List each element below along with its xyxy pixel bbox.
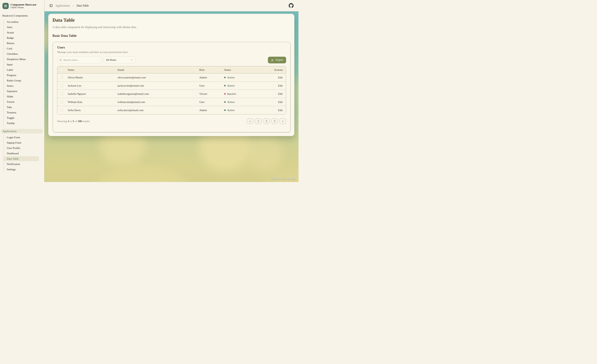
cell-email: isabella.nguyen@email.com (114, 92, 196, 95)
sidebar-item-avatar[interactable]: Avatar (4, 30, 39, 35)
sidebar-item-button[interactable]: Button (4, 41, 39, 46)
row-checkbox[interactable] (60, 92, 63, 95)
export-label: Export (275, 58, 283, 62)
main-area: Applications › Data Table Data Table A d… (44, 0, 298, 182)
search-input[interactable] (63, 58, 99, 62)
col-header-status: Status (221, 68, 262, 71)
sidebar-item-tabs[interactable]: Tabs (4, 105, 39, 110)
page-card: Data Table A data table component for di… (48, 14, 294, 136)
sidebar-item-settings[interactable]: Settings (4, 167, 39, 172)
row-checkbox[interactable] (60, 101, 63, 103)
role-filter-select[interactable]: All Roles (103, 56, 135, 63)
select-all-checkbox[interactable] (60, 68, 63, 71)
row-checkbox[interactable] (60, 76, 63, 79)
table-row: Olivia Martin olivia.martin@email.com Ad… (57, 73, 286, 82)
status-active-dot (224, 101, 226, 103)
cell-email: sofia.davis@email.com (114, 108, 196, 112)
sidebar-item-notification[interactable]: Notification (4, 162, 39, 167)
users-card-title: Users (57, 46, 286, 49)
cloud-decoration (98, 168, 187, 182)
sidebar-item-user-profile[interactable]: User Profile (4, 146, 39, 151)
page-3-button[interactable]: 3 (271, 118, 278, 124)
sidebar-item-select[interactable]: Select (4, 83, 39, 88)
sidebar-toggle-icon[interactable] (49, 4, 53, 7)
download-icon (271, 58, 274, 62)
sidebar-item-signup-form[interactable]: Signup Form (4, 140, 39, 145)
previous-page-button[interactable]: ‹ (247, 118, 253, 124)
sidebar-item-data-table[interactable]: Data Table (4, 156, 39, 161)
table-body: Olivia Martin olivia.martin@email.com Ad… (57, 73, 286, 114)
edit-button[interactable]: Edit (262, 92, 286, 95)
cell-email: william.kim@email.com (114, 101, 196, 104)
watermark: 掘金技术社区 @ 佛恩 (271, 177, 296, 180)
chevron-down-icon (131, 59, 133, 61)
edit-button[interactable]: Edit (262, 101, 286, 104)
sidebar-item-dashboard[interactable]: Dashboard (4, 151, 39, 156)
sidebar-item-accordion[interactable]: Accordion (4, 19, 39, 24)
sidebar-item-slider[interactable]: Slider (4, 94, 39, 99)
section-title: Basic Data Table (52, 34, 290, 38)
col-header-name: Name (64, 68, 114, 71)
table-header-row: Name Email Role Status Actions (57, 66, 286, 73)
results-summary: Showing 1 to 5 of 100 results (57, 120, 90, 123)
row-checkbox[interactable] (60, 84, 63, 87)
sidebar-item-input[interactable]: Input (4, 62, 39, 67)
sidebar: ⌘ Component Showcase Ghibli Theme Shadcn… (0, 0, 44, 182)
table-row: Jackson Lee jackson.lee@email.com User A… (57, 82, 286, 90)
page-1-button[interactable]: 1 (255, 118, 261, 124)
sidebar-item-checkbox[interactable]: Checkbox (4, 51, 39, 56)
sidebar-item-label[interactable]: Label (4, 67, 39, 72)
app-subtitle: Ghibli Theme (10, 6, 36, 9)
chevron-right-icon: › (282, 119, 283, 123)
applications-nav: Login Form Signup Form User Profile Dash… (4, 134, 39, 173)
edit-button[interactable]: Edit (262, 76, 286, 79)
sidebar-item-toggle[interactable]: Toggle (4, 115, 39, 120)
cell-status: Active (221, 108, 262, 112)
table-row: Sofia Davis sofia.davis@email.com Admin … (57, 106, 286, 114)
cell-role: User (196, 101, 221, 104)
brand: ⌘ Component Showcase Ghibli Theme (0, 2, 44, 12)
cell-status: Active (221, 76, 262, 79)
sidebar-item-alert[interactable]: Alert (4, 25, 39, 30)
breadcrumb-parent[interactable]: Applications (55, 4, 70, 7)
table-row: Isabella Nguyen isabella.nguyen@email.co… (57, 90, 286, 98)
page-description: A data table component for displaying an… (52, 25, 290, 29)
section-label-components: Shadcn/ui Components (0, 12, 44, 19)
results-from: 1 (68, 120, 69, 123)
edit-button[interactable]: Edit (262, 108, 286, 112)
next-page-button[interactable]: › (279, 118, 286, 124)
export-button[interactable]: Export (268, 57, 286, 63)
github-icon[interactable] (289, 3, 293, 8)
sidebar-item-badge[interactable]: Badge (4, 35, 39, 40)
breadcrumb-separator-icon: › (72, 4, 74, 8)
users-card-subtitle: Manage your team members and their accou… (57, 50, 286, 54)
cell-role: Viewer (196, 92, 221, 95)
results-to: 5 (73, 120, 74, 123)
cloud-decoration (261, 171, 298, 182)
sidebar-item-textarea[interactable]: Textarea (4, 110, 39, 115)
row-checkbox[interactable] (60, 109, 63, 112)
cell-name: Jackson Lee (64, 84, 114, 87)
status-active-dot (224, 85, 226, 86)
sidebar-item-dropdown-menu[interactable]: Dropdown Menu (4, 57, 39, 62)
col-header-role: Role (196, 68, 221, 71)
sidebar-item-tooltip[interactable]: Tooltip (4, 121, 39, 126)
cell-role: Admin (196, 108, 221, 112)
cell-role: Admin (196, 76, 221, 79)
status-inactive-dot (224, 93, 226, 94)
status-active-dot (224, 109, 226, 111)
users-table: Name Email Role Status Actions Olivia Ma… (57, 66, 286, 115)
sidebar-item-switch[interactable]: Switch (4, 99, 39, 104)
sidebar-item-separator[interactable]: Separator (4, 89, 39, 94)
sidebar-item-card[interactable]: Card (4, 46, 39, 51)
sidebar-item-progress[interactable]: Progress (4, 73, 39, 78)
edit-button[interactable]: Edit (262, 84, 286, 87)
role-filter-value: All Roles (106, 58, 116, 62)
sidebar-item-radio-group[interactable]: Radio Group (4, 78, 39, 83)
section-label-applications[interactable]: Applications (1, 129, 43, 133)
page-2-button[interactable]: 2 (263, 118, 270, 124)
table-footer: Showing 1 to 5 of 100 results ‹ 1 2 (57, 118, 286, 124)
cell-email: jackson.lee@email.com (114, 84, 196, 87)
chevron-left-icon: ‹ (250, 119, 251, 123)
sidebar-item-login-form[interactable]: Login Form (4, 135, 39, 140)
